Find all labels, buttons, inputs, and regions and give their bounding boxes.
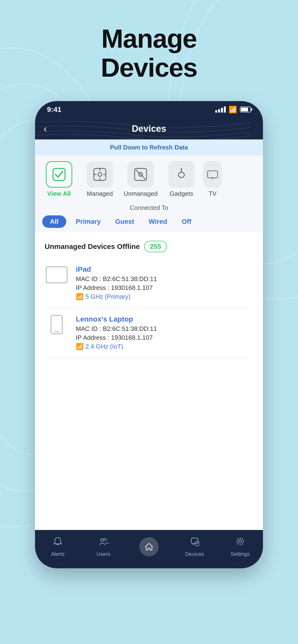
nav-item-devices[interactable]: Devices xyxy=(178,536,211,557)
wifi-icon-laptop: 📶 xyxy=(76,343,83,350)
alerts-icon xyxy=(53,536,63,549)
nav-item-settings[interactable]: Settings xyxy=(223,536,257,557)
filter-tab-unmanaged[interactable]: Unmanaged xyxy=(121,161,160,198)
nav-item-home[interactable] xyxy=(132,537,166,556)
bottom-nav: Alerts Users xyxy=(35,530,263,568)
device-info-laptop: Lennox's Laptop MAC ID : B2:6C:51:38:DD:… xyxy=(76,315,253,350)
device-name-laptop: Lennox's Laptop xyxy=(76,315,253,323)
settings-icon xyxy=(235,536,245,549)
filter-label-view-all: View All xyxy=(47,190,71,198)
svg-point-24 xyxy=(239,540,241,543)
wifi-icon-ipad: 📶 xyxy=(76,293,83,300)
svg-point-20 xyxy=(104,538,106,541)
filter-tab-managed[interactable]: Managed xyxy=(81,161,119,198)
users-icon xyxy=(98,536,109,549)
network-tab-all[interactable]: All xyxy=(42,216,66,228)
device-wifi-laptop: 📶 2.4 GHz (IoT) xyxy=(76,343,253,350)
device-ip-laptop: IP Address : 1930168.1.107 xyxy=(76,334,253,342)
svg-rect-21 xyxy=(191,538,198,544)
device-mac-laptop: MAC ID : B2:6C:51:38:DD:11 xyxy=(76,325,253,332)
phone-frame: 9:41 📶 ‹ Devices Pull Down to Refresh Da… xyxy=(35,101,263,568)
ipad-icon xyxy=(45,265,69,284)
device-item-ipad[interactable]: iPad MAC ID : B2:6C:51:38:DD:11 IP Addre… xyxy=(45,258,253,308)
nav-item-users[interactable]: Users xyxy=(87,536,120,557)
connected-title: Connected To xyxy=(40,204,258,212)
devices-label: Devices xyxy=(185,551,204,557)
signal-icon xyxy=(215,106,226,112)
nav-item-alerts[interactable]: Alerts xyxy=(41,536,75,557)
network-tab-guest[interactable]: Guest xyxy=(110,216,139,228)
svg-rect-16 xyxy=(208,171,218,178)
network-tab-off[interactable]: Off xyxy=(177,216,196,228)
pull-refresh-bar[interactable]: Pull Down to Refresh Data xyxy=(35,140,263,156)
count-badge: 255 xyxy=(144,241,167,252)
filter-tab-tv[interactable]: TV xyxy=(203,161,222,198)
nav-title: Devices xyxy=(132,124,166,134)
connected-section: Connected To All Primary Guest Wired Off xyxy=(35,200,263,232)
svg-point-7 xyxy=(98,172,102,176)
device-item-laptop[interactable]: Lennox's Laptop MAC ID : B2:6C:51:38:DD:… xyxy=(45,308,253,358)
back-button[interactable]: ‹ xyxy=(44,124,47,134)
home-icon xyxy=(139,537,159,556)
filter-section: View All Managed xyxy=(35,156,263,200)
laptop-icon xyxy=(45,315,69,334)
wifi-status-icon: 📶 xyxy=(229,106,237,114)
status-time: 9:41 xyxy=(47,106,61,114)
alerts-label: Alerts xyxy=(51,551,65,557)
device-name-ipad: iPad xyxy=(76,265,253,273)
filter-label-gadgets: Gadgets xyxy=(170,190,193,198)
battery-icon xyxy=(240,106,251,112)
device-list: iPad MAC ID : B2:6C:51:38:DD:11 IP Addre… xyxy=(35,258,263,358)
svg-point-15 xyxy=(181,168,182,170)
filter-tab-view-all[interactable]: View All xyxy=(40,161,78,198)
filter-tab-gadgets[interactable]: Gadgets xyxy=(162,161,201,198)
devices-icon xyxy=(189,536,200,549)
network-tab-primary[interactable]: Primary xyxy=(71,216,106,228)
nav-header: ‹ Devices xyxy=(35,118,263,140)
filter-label-managed: Managed xyxy=(87,190,113,198)
status-bar: 9:41 📶 xyxy=(35,101,263,118)
filter-label-tv: TV xyxy=(209,190,216,198)
section-title: Unmanaged Devices Offline xyxy=(45,242,140,250)
main-content: Unmanaged Devices Offline 255 iPad MAC I… xyxy=(35,232,263,530)
device-wifi-ipad: 📶 5 GHz (Primary) xyxy=(76,293,253,300)
users-label: Users xyxy=(96,551,110,557)
page-title: Manage Devices xyxy=(101,24,197,82)
svg-line-14 xyxy=(136,170,145,179)
filter-label-unmanaged: Unmanaged xyxy=(123,190,158,198)
svg-point-19 xyxy=(101,538,104,542)
device-ip-ipad: IP Address : 1930168.1.107 xyxy=(76,284,253,292)
section-header: Unmanaged Devices Offline 255 xyxy=(35,232,263,258)
pull-refresh-text: Pull Down to Refresh Data xyxy=(110,144,188,151)
settings-label: Settings xyxy=(231,551,250,557)
device-mac-ipad: MAC ID : B2:6C:51:38:DD:11 xyxy=(76,275,253,283)
network-tab-wired[interactable]: Wired xyxy=(144,216,172,228)
device-info-ipad: iPad MAC ID : B2:6C:51:38:DD:11 IP Addre… xyxy=(76,265,253,300)
